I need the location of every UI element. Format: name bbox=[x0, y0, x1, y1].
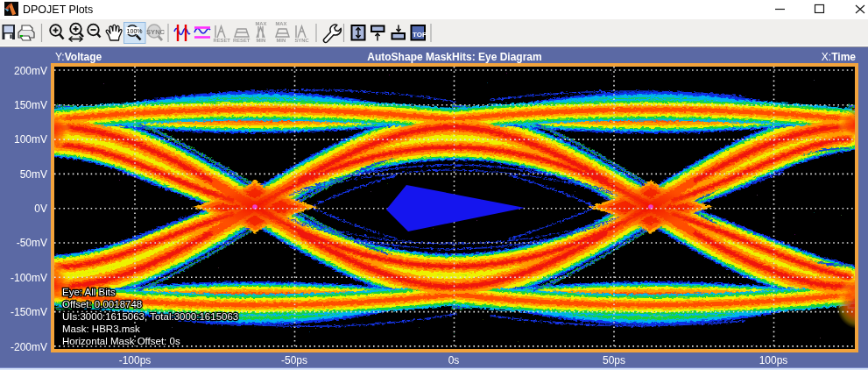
svg-text:MIN: MIN bbox=[277, 38, 286, 43]
svg-text:Mask: HBR3.msk: Mask: HBR3.msk bbox=[62, 324, 140, 334]
svg-text:MIN: MIN bbox=[257, 38, 266, 43]
svg-text:Horizontal Mask Offset: 0s: Horizontal Mask Offset: 0s bbox=[62, 336, 180, 346]
svg-text:SYNC: SYNC bbox=[295, 38, 310, 43]
svg-text:MAX: MAX bbox=[256, 21, 267, 26]
svg-text:100%: 100% bbox=[127, 28, 143, 34]
svg-text:RESET: RESET bbox=[214, 38, 231, 43]
svg-text:SYNC: SYNC bbox=[146, 28, 166, 36]
svg-text:MAX: MAX bbox=[276, 21, 287, 26]
svg-text:Offset: 0.0018748: Offset: 0.0018748 bbox=[62, 299, 142, 310]
svg-text:UIs:3000:1615063, Total:3000:1: UIs:3000:1615063, Total:3000:1615063 bbox=[62, 311, 238, 322]
svg-text:Eye: All Bits: Eye: All Bits bbox=[62, 287, 116, 297]
svg-text:TOP: TOP bbox=[413, 31, 427, 39]
svg-text:RESET: RESET bbox=[233, 38, 251, 43]
